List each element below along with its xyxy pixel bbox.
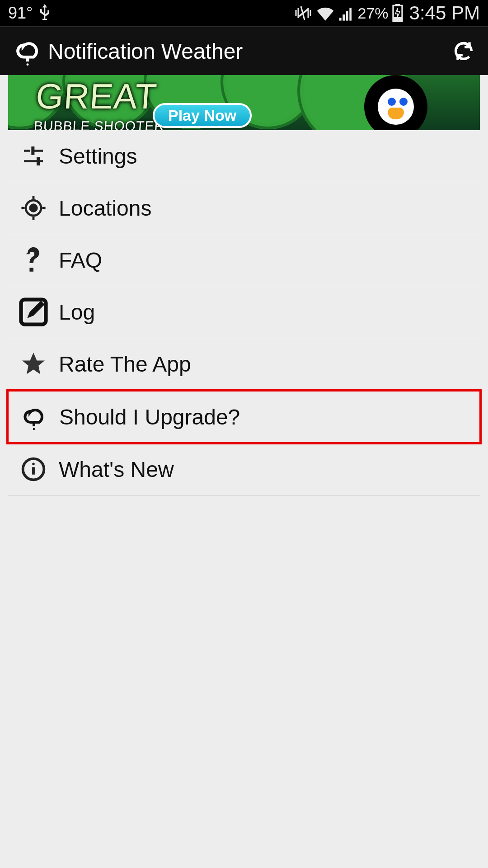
menu-label: Should I Upgrade? bbox=[59, 405, 240, 429]
menu-item-whats-new[interactable]: What's New bbox=[8, 443, 480, 495]
ad-banner[interactable]: GREAT BUBBLE SHOOTER Play Now bbox=[8, 75, 480, 130]
usb-icon bbox=[38, 4, 52, 22]
menu-label: Locations bbox=[59, 196, 151, 221]
ad-title-line2: BUBBLE SHOOTER bbox=[33, 118, 165, 130]
sliders-icon bbox=[8, 143, 59, 169]
location-icon bbox=[8, 195, 59, 221]
menu-item-rate[interactable]: Rate The App bbox=[8, 338, 480, 390]
status-right: 27% 3:45 PM bbox=[295, 2, 480, 24]
battery-percent: 27% bbox=[358, 5, 389, 22]
play-now-button[interactable]: Play Now bbox=[153, 103, 252, 128]
menu-item-upgrade[interactable]: Should I Upgrade? bbox=[9, 392, 479, 442]
ad-title-line1: GREAT bbox=[35, 80, 168, 113]
menu-label: Log bbox=[59, 300, 95, 325]
status-bar: 91° 27% 3:45 PM bbox=[0, 0, 488, 26]
ad-title: GREAT BUBBLE SHOOTER bbox=[33, 80, 168, 130]
menu-item-settings[interactable]: Settings bbox=[8, 130, 480, 182]
svg-point-17 bbox=[32, 463, 35, 466]
menu-label: Rate The App bbox=[59, 352, 191, 377]
wifi-icon bbox=[316, 5, 334, 21]
star-icon bbox=[8, 350, 59, 377]
signal-icon bbox=[338, 5, 354, 21]
question-icon bbox=[8, 246, 59, 274]
app-logo-icon bbox=[10, 36, 45, 66]
battery-icon bbox=[392, 4, 403, 22]
svg-point-4 bbox=[27, 63, 29, 66]
svg-point-6 bbox=[30, 205, 37, 212]
app-bar: Notification Weather bbox=[0, 26, 488, 75]
vibrate-icon bbox=[295, 5, 313, 21]
app-title: Notification Weather bbox=[48, 39, 449, 64]
menu-item-faq[interactable]: FAQ bbox=[8, 234, 480, 286]
menu-list: Settings Locations FAQ Log Rate The App bbox=[8, 130, 480, 495]
highlight-box: Should I Upgrade? bbox=[6, 389, 482, 444]
info-icon bbox=[8, 457, 59, 482]
menu-label: What's New bbox=[59, 457, 174, 482]
refresh-button[interactable] bbox=[449, 37, 478, 66]
menu-item-locations[interactable]: Locations bbox=[8, 182, 480, 234]
cloud-alert-icon bbox=[9, 403, 59, 430]
temperature-indicator: 91° bbox=[8, 4, 33, 23]
menu-item-log[interactable]: Log bbox=[8, 286, 480, 338]
menu-label: FAQ bbox=[59, 248, 102, 273]
svg-rect-2 bbox=[393, 17, 402, 22]
clock: 3:45 PM bbox=[409, 2, 480, 24]
menu-label: Settings bbox=[59, 144, 137, 169]
edit-icon bbox=[8, 297, 59, 327]
svg-rect-1 bbox=[395, 4, 400, 6]
svg-point-14 bbox=[33, 428, 35, 430]
status-left: 91° bbox=[8, 4, 52, 23]
